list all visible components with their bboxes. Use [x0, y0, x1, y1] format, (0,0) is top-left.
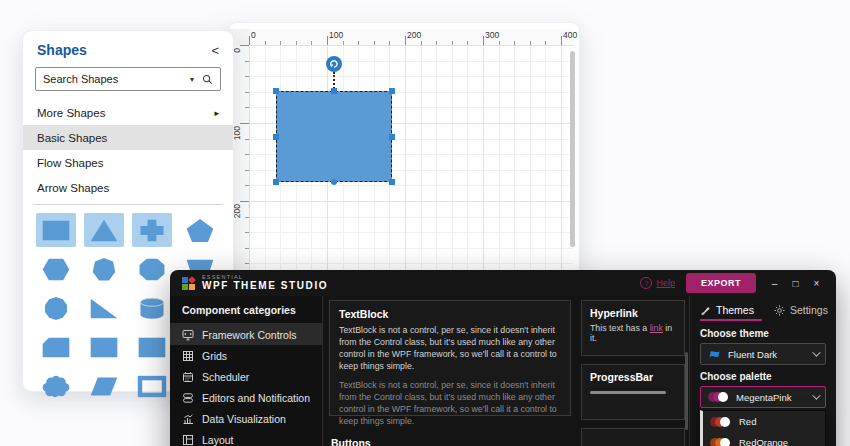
help-link[interactable]: ? Help	[640, 277, 675, 289]
h-ruler-label-0: 0	[251, 30, 256, 40]
theme-select[interactable]: Fluent Dark	[700, 343, 826, 365]
theme-select-chevron-icon	[812, 348, 820, 356]
shape-item-hexagon[interactable]	[36, 252, 76, 286]
controls-preview-area: TextBlock TextBlock is not a control, pe…	[323, 296, 689, 446]
resize-handle-top-middle[interactable]	[331, 88, 337, 94]
export-button[interactable]: EXPORT	[686, 273, 756, 293]
shape-item-triangle[interactable]	[84, 213, 124, 247]
textblock-paragraph-disabled: TextBlock is not a control, per se, sinc…	[339, 379, 561, 428]
diagram-canvas-window: 0100200300400 0100200	[228, 22, 580, 276]
sidebar-item-editors-and-notification[interactable]: Editors and Notification	[170, 387, 322, 408]
rectangle-shape-icon	[40, 217, 72, 244]
shape-item-parallelogram[interactable]	[84, 369, 124, 403]
hexagon-shape-icon	[40, 256, 72, 283]
pentagon-shape-icon	[184, 217, 216, 244]
collapse-panel-icon[interactable]: <	[211, 43, 219, 58]
heptagon-shape-icon	[88, 256, 120, 283]
decagon-shape-icon	[40, 295, 72, 322]
sidebar-item-layout[interactable]: Layout	[170, 429, 322, 446]
shape-item-frame[interactable]	[132, 369, 172, 403]
search-placeholder: Search Shapes	[43, 73, 182, 85]
thought-cloud-shape-icon	[40, 373, 72, 400]
rectangle3-shape-icon	[136, 334, 168, 361]
shapes-panel-title: Shapes	[37, 42, 87, 58]
settings-gear-icon	[774, 305, 785, 316]
progressbar-section: ProgressBar	[581, 364, 685, 420]
shape-item-cylinder[interactable]	[132, 291, 172, 325]
data-visualization-icon	[182, 413, 194, 425]
active-tab-underline	[700, 319, 762, 321]
shape-item-decagon[interactable]	[36, 291, 76, 325]
minimize-button[interactable]: –	[767, 278, 782, 289]
tab-themes[interactable]: Themes	[700, 304, 754, 316]
sidebar-item-scheduler[interactable]: Scheduler	[170, 366, 322, 387]
search-icon[interactable]	[202, 74, 213, 85]
diagram-canvas[interactable]	[249, 45, 573, 271]
h-ruler-label-200: 200	[407, 30, 421, 40]
palette-select-value: MegentaPink	[736, 392, 791, 403]
category-label: More Shapes	[37, 107, 105, 119]
syncfusion-logo-icon	[182, 277, 195, 290]
sidebar-item-label: Scheduler	[202, 371, 249, 383]
close-button[interactable]: ×	[809, 278, 824, 289]
shape-category-list: More Shapes▸Basic ShapesFlow ShapesArrow…	[23, 100, 233, 200]
shape-item-plus[interactable]	[132, 213, 172, 247]
shape-item-rectangle3[interactable]	[132, 330, 172, 364]
category-flow-shapes[interactable]: Flow Shapes	[23, 150, 233, 175]
triangle-shape-icon	[88, 217, 120, 244]
next-section-partial	[581, 428, 685, 446]
category-more-shapes[interactable]: More Shapes▸	[23, 100, 233, 125]
resize-handle-top-left[interactable]	[273, 88, 279, 94]
shape-item-heptagon[interactable]	[84, 252, 124, 286]
palette-select[interactable]: MegentaPink	[700, 386, 826, 408]
shape-item-octagon[interactable]	[132, 252, 172, 286]
resize-handle-bottom-left[interactable]	[273, 179, 279, 185]
hyperlink-text-before: This text has a	[590, 323, 650, 333]
hyperlink-link[interactable]: link	[650, 323, 663, 333]
logo-square-orange	[189, 284, 195, 290]
rotate-icon	[329, 59, 339, 69]
sidebar-item-framework-controls[interactable]: Framework Controls	[170, 324, 322, 345]
search-shapes-input[interactable]: Search Shapes ▾	[35, 67, 221, 91]
choose-palette-label: Choose palette	[700, 371, 826, 382]
hyperlink-section: Hyperlink This text has a link in it.	[581, 300, 685, 356]
component-categories-sidebar: Component categories Framework ControlsG…	[170, 296, 323, 446]
selected-rectangle-node[interactable]	[276, 91, 392, 182]
studio-brand: ESSENTIAL WPF THEME STUDIO	[202, 275, 328, 292]
category-arrow-shapes[interactable]: Arrow Shapes	[23, 175, 233, 200]
resize-handle-top-right[interactable]	[389, 88, 395, 94]
fluent-theme-icon	[708, 349, 721, 360]
palette-option-red[interactable]: Red	[703, 411, 825, 432]
category-label: Arrow Shapes	[37, 182, 109, 194]
search-dropdown-caret-icon[interactable]: ▾	[190, 75, 194, 84]
textblock-section: TextBlock TextBlock is not a control, pe…	[329, 300, 571, 416]
category-basic-shapes[interactable]: Basic Shapes	[23, 125, 233, 150]
palette-dropdown-popup: RedRedOrange	[700, 410, 826, 446]
rotate-handle[interactable]	[326, 56, 342, 72]
preview-scrollbar[interactable]	[685, 352, 688, 430]
resize-handle-middle-right[interactable]	[389, 134, 395, 140]
palette-option-redorange[interactable]: RedOrange	[703, 432, 825, 446]
shape-item-rectangle2[interactable]	[84, 330, 124, 364]
cylinder-shape-icon	[136, 295, 168, 322]
sidebar-item-grids[interactable]: Grids	[170, 345, 322, 366]
shape-item-rectangle[interactable]	[36, 213, 76, 247]
shape-item-pentagon[interactable]	[180, 213, 220, 247]
resize-handle-bottom-right[interactable]	[389, 179, 395, 185]
resize-handle-bottom-middle[interactable]	[331, 179, 337, 185]
shape-item-card[interactable]	[36, 330, 76, 364]
shape-item-right-triangle[interactable]	[84, 291, 124, 325]
sidebar-header: Component categories	[170, 296, 322, 324]
frame-shape-icon	[136, 373, 168, 400]
screen: 0100200300400 0100200	[0, 0, 850, 446]
resize-handle-middle-left[interactable]	[273, 134, 279, 140]
canvas-vertical-scrollbar[interactable]	[570, 51, 575, 247]
plus-shape-icon	[136, 217, 168, 244]
shape-item-thought-cloud[interactable]	[36, 369, 76, 403]
studio-titlebar: ESSENTIAL WPF THEME STUDIO ? Help EXPORT…	[170, 270, 836, 296]
palette-option-label: Red	[739, 416, 756, 427]
palette-swatch-icon	[710, 438, 731, 446]
maximize-button[interactable]: □	[788, 278, 803, 289]
tab-settings[interactable]: Settings	[774, 304, 828, 316]
sidebar-item-data-visualization[interactable]: Data Visualization	[170, 408, 322, 429]
